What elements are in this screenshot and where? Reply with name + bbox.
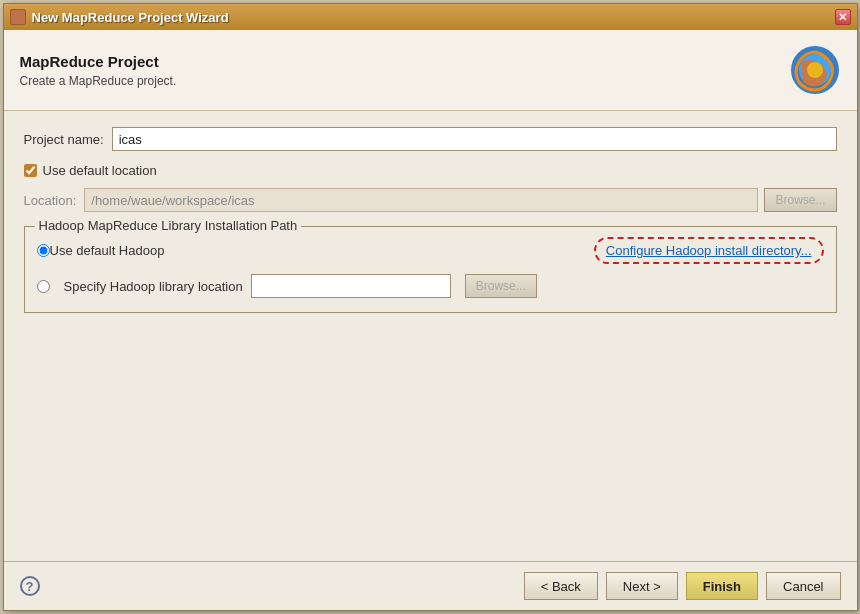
configure-hadoop-link[interactable]: Configure Hadoop install directory...	[606, 243, 812, 258]
use-default-hadoop-radio[interactable]	[37, 244, 50, 257]
group-box-legend: Hadoop MapReduce Library Installation Pa…	[35, 218, 302, 233]
project-name-row: Project name:	[24, 127, 837, 151]
configure-link-wrapper: Configure Hadoop install directory...	[594, 237, 824, 264]
cancel-button[interactable]: Cancel	[766, 572, 840, 600]
header-text: MapReduce Project Create a MapReduce pro…	[20, 53, 177, 88]
hadoop-group-box: Hadoop MapReduce Library Installation Pa…	[24, 226, 837, 313]
use-default-location-row: Use default location	[24, 163, 837, 178]
specify-hadoop-label[interactable]: Specify Hadoop library location	[64, 279, 243, 294]
use-default-hadoop-label[interactable]: Use default Hadoop	[50, 243, 165, 258]
use-default-location-checkbox[interactable]	[24, 164, 37, 177]
svg-point-2	[807, 62, 823, 78]
use-default-radio-left: Use default Hadoop	[37, 243, 165, 258]
footer: ? < Back Next > Finish Cancel	[4, 561, 857, 610]
project-name-label: Project name:	[24, 132, 104, 147]
location-browse-button: Browse...	[764, 188, 836, 212]
project-name-input[interactable]	[112, 127, 837, 151]
window-title: New MapReduce Project Wizard	[32, 10, 229, 25]
specify-hadoop-input	[251, 274, 451, 298]
titlebar: New MapReduce Project Wizard ✕	[4, 4, 857, 30]
specify-hadoop-radio[interactable]	[37, 280, 50, 293]
close-button[interactable]: ✕	[835, 9, 851, 25]
titlebar-left: New MapReduce Project Wizard	[10, 9, 229, 25]
location-row: Location: Browse...	[24, 188, 837, 212]
specify-hadoop-row: Specify Hadoop library location Browse..…	[37, 274, 824, 298]
header-section: MapReduce Project Create a MapReduce pro…	[4, 30, 857, 111]
help-button[interactable]: ?	[20, 576, 40, 596]
page-title: MapReduce Project	[20, 53, 177, 70]
location-input	[84, 188, 758, 212]
form-area: Project name: Use default location Locat…	[4, 111, 857, 561]
finish-button[interactable]: Finish	[686, 572, 758, 600]
use-default-location-label[interactable]: Use default location	[43, 163, 157, 178]
page-subtitle: Create a MapReduce project.	[20, 74, 177, 88]
location-label: Location:	[24, 193, 77, 208]
next-button[interactable]: Next >	[606, 572, 678, 600]
main-window: New MapReduce Project Wizard ✕ MapReduce…	[3, 3, 858, 611]
header-icon	[789, 44, 841, 96]
use-default-hadoop-row: Use default Hadoop Configure Hadoop inst…	[37, 237, 824, 264]
window-icon	[10, 9, 26, 25]
footer-buttons: < Back Next > Finish Cancel	[524, 572, 841, 600]
footer-left: ?	[20, 576, 40, 596]
back-button[interactable]: < Back	[524, 572, 598, 600]
specify-browse-button: Browse...	[465, 274, 537, 298]
content: MapReduce Project Create a MapReduce pro…	[4, 30, 857, 610]
